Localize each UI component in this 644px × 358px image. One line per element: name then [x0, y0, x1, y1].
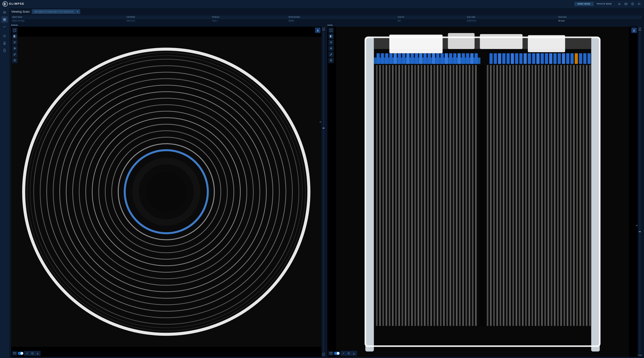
svg-rect-164 — [524, 53, 527, 64]
svg-rect-115 — [430, 65, 432, 326]
id-card-icon[interactable] — [624, 1, 628, 6]
axial-slider-value: 60 — [636, 225, 638, 226]
svg-rect-133 — [385, 53, 388, 64]
svg-point-2 — [619, 3, 620, 4]
radial-crosshair-button[interactable] — [12, 58, 18, 63]
svg-rect-174 — [566, 53, 569, 64]
radial-brightness-button[interactable] — [12, 39, 18, 45]
app-logo: GLIMPSE — [2, 1, 24, 7]
svg-rect-211 — [586, 65, 588, 326]
svg-rect-204 — [564, 65, 565, 326]
axial-expand-button[interactable] — [328, 27, 334, 33]
svg-rect-185 — [503, 65, 504, 326]
svg-rect-124 — [459, 65, 461, 326]
radial-line-tool[interactable] — [24, 351, 30, 356]
axial-brightness-button[interactable] — [328, 39, 334, 45]
svg-rect-117 — [437, 65, 438, 326]
svg-rect-173 — [562, 53, 565, 64]
svg-rect-90 — [366, 37, 374, 352]
svg-rect-182 — [493, 65, 495, 326]
svg-point-75 — [330, 42, 332, 43]
svg-rect-179 — [588, 53, 591, 64]
axial-ruler-button[interactable] — [328, 351, 334, 356]
radial-image — [11, 27, 322, 357]
svg-rect-129 — [475, 65, 477, 326]
axial-download-button[interactable] — [631, 27, 637, 33]
svg-rect-168 — [541, 53, 544, 64]
sidebar-item-battery[interactable] — [1, 40, 8, 46]
scan-dropdown[interactable]: ABC Batch 275 Serial 045 CT 56, 2024-03-… — [32, 9, 80, 14]
radial-panel-inner: 71.2 mm 53 -0.3 mm — [11, 27, 326, 357]
radial-contrast-button[interactable] — [12, 33, 18, 39]
sidebar-item-analytics[interactable] — [1, 23, 8, 30]
axial-slider-thumb[interactable] — [639, 231, 641, 232]
svg-rect-206 — [570, 65, 572, 326]
radial-angle-tool[interactable] — [35, 351, 40, 356]
svg-rect-177 — [579, 53, 582, 64]
radial-ruler-button[interactable] — [12, 351, 17, 356]
svg-point-60 — [146, 172, 186, 212]
svg-rect-144 — [432, 53, 435, 64]
axial-pen-button[interactable] — [328, 52, 334, 57]
demo-mode-button[interactable]: DEMO MODE — [574, 2, 594, 6]
svg-rect-148 — [449, 53, 452, 64]
sidebar-item-menu[interactable] — [1, 9, 8, 16]
radial-download-button[interactable] — [315, 27, 320, 33]
svg-rect-118 — [440, 65, 442, 326]
help-icon[interactable]: ? — [630, 1, 635, 6]
svg-rect-108 — [408, 65, 410, 326]
svg-rect-188 — [512, 65, 514, 326]
axial-slider-track[interactable]: 60 — [640, 31, 640, 354]
svg-rect-111 — [418, 65, 419, 326]
profile-icon[interactable] — [617, 1, 622, 6]
radial-expand-button[interactable] — [12, 27, 18, 33]
viewing-bar: Viewing Scan: ABC Batch 275 Serial 045 C… — [11, 9, 642, 14]
svg-rect-121 — [450, 65, 451, 326]
axial-angle-tool[interactable] — [352, 351, 357, 356]
radial-pen-button[interactable] — [12, 52, 18, 57]
axial-crosshair-button[interactable] — [328, 58, 334, 63]
svg-point-4 — [625, 3, 626, 4]
radial-slider-track[interactable]: 53 — [323, 31, 324, 352]
svg-rect-119 — [443, 65, 445, 326]
radial-slider-thumb[interactable] — [322, 128, 324, 129]
svg-rect-192 — [525, 65, 527, 326]
radial-polygon-tool[interactable] — [30, 351, 35, 356]
cell-cell-model: Cell 21-C3 — [125, 19, 211, 23]
private-mode-button[interactable]: PRIVATE MODE — [594, 2, 615, 6]
svg-rect-158 — [498, 53, 501, 64]
svg-rect-155 — [480, 65, 485, 326]
radial-settings-button[interactable] — [12, 46, 18, 51]
axial-label: AXIAL — [328, 24, 642, 26]
svg-rect-20 — [4, 43, 5, 44]
logout-icon[interactable] — [637, 1, 642, 6]
axial-image-area — [328, 27, 638, 357]
svg-rect-91 — [591, 37, 600, 352]
svg-point-80 — [330, 48, 332, 49]
scan-dropdown-text: ABC Batch 275 Serial 045 CT 56, 2024-03-… — [34, 10, 76, 13]
col-scan-id: Scan ID — [396, 15, 466, 19]
svg-line-69 — [26, 353, 28, 354]
sidebar-item-scan[interactable] — [1, 47, 8, 54]
axial-controls — [328, 27, 334, 63]
panels-row: RADIAL — [11, 24, 642, 357]
svg-rect-212 — [589, 65, 591, 326]
svg-rect-98 — [376, 65, 378, 326]
sidebar-item-help[interactable]: ? — [1, 33, 8, 39]
sidebar-item-grid[interactable] — [1, 16, 8, 23]
svg-rect-135 — [394, 53, 397, 64]
axial-line-tool[interactable] — [341, 351, 346, 356]
axial-overlay-toggle[interactable] — [334, 352, 340, 355]
radial-overlay-toggle[interactable] — [18, 352, 24, 355]
axial-toolbar — [328, 351, 357, 356]
svg-rect-195 — [535, 65, 536, 326]
svg-rect-198 — [544, 65, 546, 326]
svg-rect-170 — [549, 53, 552, 64]
svg-rect-113 — [424, 65, 426, 326]
col-serial-number: Serial Number — [287, 15, 396, 19]
axial-contrast-button[interactable] — [328, 33, 334, 39]
axial-settings-button[interactable] — [328, 46, 334, 51]
mode-buttons: DEMO MODE PRIVATE MODE — [574, 2, 615, 6]
axial-panel-inner: 175 deg 60 0 deg — [328, 27, 642, 357]
axial-polygon-tool[interactable] — [346, 351, 351, 356]
